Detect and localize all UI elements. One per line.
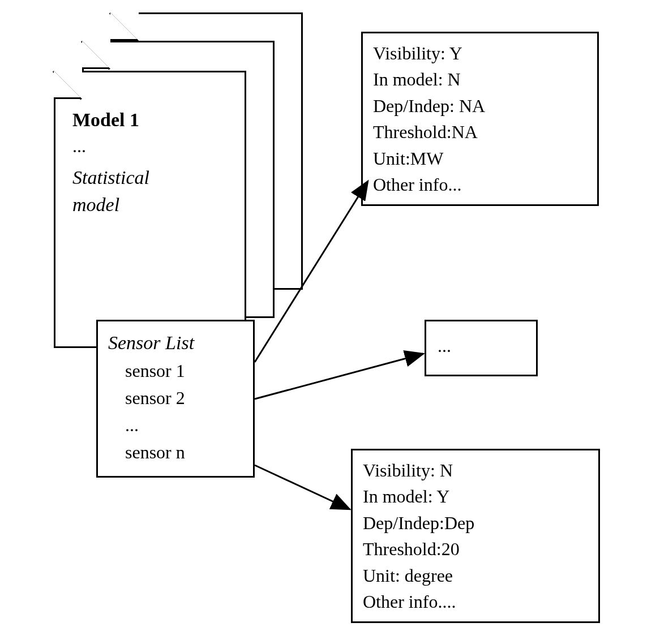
- info1-other: Other info...: [373, 171, 587, 198]
- arrow-sensorn-to-info3: [255, 465, 350, 509]
- info3-unit: Unit: degree: [363, 563, 588, 589]
- info-box-2: ...: [425, 320, 538, 376]
- sensor-item-n: sensor n: [108, 439, 243, 466]
- sensor-item-ellipsis: ...: [108, 411, 243, 439]
- info3-in-model: In model: Y: [363, 483, 588, 509]
- sensor-list-title: Sensor List: [108, 328, 243, 357]
- info-box-1: Visibility: Y In model: N Dep/Indep: NA …: [361, 32, 599, 206]
- model-page-1: Model 1 ... Statistical model: [54, 71, 246, 348]
- statistical-model-label-2: model: [72, 191, 233, 218]
- info1-dep-indep: Dep/Indep: NA: [373, 93, 587, 119]
- sensor-item-2: sensor 2: [108, 384, 243, 411]
- info3-visibility: Visibility: N: [363, 457, 588, 483]
- sensor-item-1: sensor 1: [108, 357, 243, 384]
- arrow-sensor2-to-info2: [255, 354, 423, 399]
- info3-other: Other info....: [363, 589, 588, 615]
- statistical-model-label-1: Statistical: [72, 164, 233, 191]
- info-box-3: Visibility: N In model: Y Dep/Indep:Dep …: [351, 449, 600, 623]
- info1-unit: Unit:MW: [373, 145, 587, 171]
- model-ellipsis: ...: [72, 134, 233, 159]
- info1-visibility: Visibility: Y: [373, 40, 587, 66]
- info1-threshold: Threshold:NA: [373, 119, 587, 145]
- info3-dep-indep: Dep/Indep:Dep: [363, 510, 588, 536]
- info2-ellipsis: ...: [438, 333, 525, 359]
- sensor-list-box: Sensor List sensor 1 sensor 2 ... sensor…: [96, 320, 255, 478]
- info1-in-model: In model: N: [373, 66, 587, 92]
- info3-threshold: Threshold:20: [363, 536, 588, 562]
- model-title: Model 1: [72, 106, 233, 134]
